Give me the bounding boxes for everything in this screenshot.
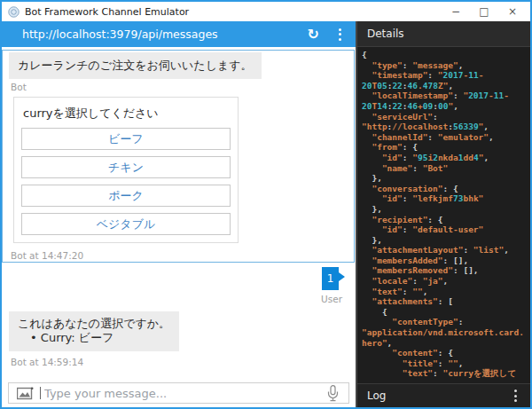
user-message-row: 1 [2,267,339,290]
message-composer [8,382,349,404]
attach-image-button[interactable] [9,387,40,400]
window-titlebar: Bot Framework Channel Emulator − □ × [2,2,530,21]
bot-timestamp: Bot at 14:47:20 [11,250,356,261]
emulator-window: Bot Framework Channel Emulator − □ × htt… [0,0,532,409]
bot-label: Bot [11,82,356,92]
main-area: http://localhost:3979/api/messages ↻ カレー… [2,21,530,407]
card-button-chicken[interactable]: チキン [21,156,231,178]
log-title: Log [367,389,386,402]
microphone-icon [327,385,339,402]
minimize-button[interactable]: − [442,3,470,20]
addressbar-menu-icon[interactable] [335,27,345,43]
bot-timestamp-2: Bot at 14:59:14 [11,357,356,367]
app-icon [8,6,20,18]
microphone-button[interactable] [322,385,348,402]
card-button-vegetable[interactable]: ベジタブル [21,213,231,235]
bot-message-2-text: これはあなたの選択ですか。 [18,317,170,331]
bot-message-2-bullet: Curry: ビーフ [30,331,170,345]
chat-column: http://localhost:3979/api/messages ↻ カレー… [2,21,356,407]
refresh-icon[interactable]: ↻ [308,28,319,42]
hero-card-title: curryを選択してください [23,106,231,122]
hero-card[interactable]: curryを選択してください ビーフ チキン ポーク ベジタブル [13,97,239,243]
endpoint-url-field[interactable]: http://localhost:3979/api/messages [22,28,308,41]
card-button-pork[interactable]: ポーク [21,185,231,207]
address-bar: http://localhost:3979/api/messages ↻ [2,21,356,47]
window-title: Bot Framework Channel Emulator [25,6,442,18]
log-header: Log [357,383,530,407]
user-label: User [2,294,342,304]
details-header: Details [357,21,530,47]
chat-panel: カレーランチのご注文をお伺いいたします。 Bot curryを選択してください … [2,47,356,381]
details-panel: Details { "type": "message", "timestamp"… [357,21,530,407]
log-menu-icon[interactable] [511,388,520,404]
card-button-beef[interactable]: ビーフ [21,128,231,150]
bot-message-bubble[interactable]: カレーランチのご注文をお伺いいたします。 [9,52,262,79]
image-attachment-icon [17,387,34,400]
close-button[interactable]: × [498,3,527,20]
maximize-button[interactable]: □ [470,3,498,20]
user-message-bubble[interactable]: 1 [322,267,339,290]
details-json[interactable]: { "type": "message", "timestamp": "2017-… [357,47,530,383]
details-title: Details [367,28,404,40]
message-input[interactable] [41,387,322,400]
bot-message-bubble-2[interactable]: これはあなたの選択ですか。 Curry: ビーフ [9,311,179,351]
